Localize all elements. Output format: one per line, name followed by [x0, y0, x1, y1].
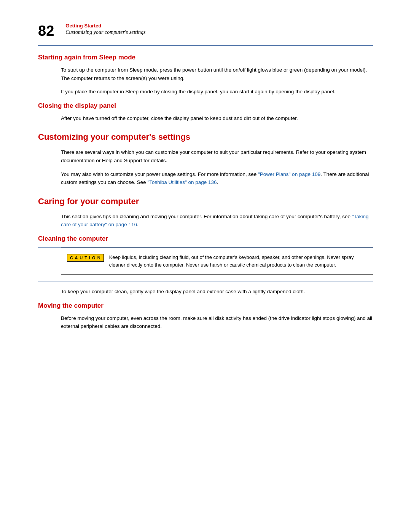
- cleaning-heading: Cleaning the computer: [38, 235, 373, 243]
- moving-heading: Moving the computer: [38, 302, 373, 310]
- chapter-title: Getting Started: [65, 23, 145, 29]
- caring-para1: This section gives tips on cleaning and …: [61, 212, 373, 229]
- closing-panel-heading: Closing the display panel: [38, 102, 373, 110]
- customizing-heading: Customizing your computer's settings: [38, 132, 373, 142]
- caution-text: Keep liquids, including cleaning fluid, …: [109, 254, 367, 269]
- caution-bottom-divider: [38, 281, 373, 281]
- toshiba-utilities-link[interactable]: "Toshiba Utilities" on page 136: [147, 179, 217, 185]
- caution-badge: C A U T I O N: [67, 254, 104, 262]
- section-closing-panel: Closing the display panel After you have…: [38, 102, 373, 123]
- customizing-para2-post: .: [217, 179, 218, 185]
- section-caring: Caring for your computer This section gi…: [38, 197, 373, 229]
- caring-para1-post: .: [137, 222, 139, 227]
- header-text: Getting Started Customizing your compute…: [65, 23, 145, 35]
- page: 82 Getting Started Customizing your comp…: [0, 0, 411, 532]
- moving-para1: Before moving your computer, even across…: [61, 314, 373, 331]
- page-number: 82: [38, 23, 54, 38]
- closing-panel-para1: After you have turned off the computer, …: [61, 114, 373, 123]
- page-subtitle: Customizing your computer's settings: [65, 29, 145, 35]
- section-cleaning: Cleaning the computer C A U T I O N Keep…: [38, 235, 373, 296]
- customizing-para2: You may also wish to customize your powe…: [61, 170, 373, 187]
- section-starting-again: Starting again from Sleep mode To start …: [38, 54, 373, 96]
- section-customizing: Customizing your computer's settings The…: [38, 132, 373, 186]
- page-header: 82 Getting Started Customizing your comp…: [0, 23, 411, 42]
- cleaning-para1: To keep your computer clean, gently wipe…: [61, 288, 373, 296]
- starting-again-para1: To start up the computer from Sleep mode…: [61, 66, 373, 82]
- customizing-para1: There are several ways in which you can …: [61, 148, 373, 165]
- power-plans-link[interactable]: "Power Plans" on page 109: [258, 171, 320, 177]
- starting-again-heading: Starting again from Sleep mode: [38, 54, 373, 61]
- header-divider: [38, 45, 373, 46]
- caring-para1-pre: This section gives tips on cleaning and …: [61, 214, 352, 219]
- caring-heading: Caring for your computer: [38, 197, 373, 206]
- starting-again-para2: If you place the computer in Sleep mode …: [61, 88, 373, 96]
- caution-block: C A U T I O N Keep liquids, including cl…: [61, 248, 373, 275]
- main-content: Starting again from Sleep mode To start …: [0, 54, 411, 331]
- section-moving: Moving the computer Before moving your c…: [38, 302, 373, 331]
- customizing-para2-pre: You may also wish to customize your powe…: [61, 171, 258, 177]
